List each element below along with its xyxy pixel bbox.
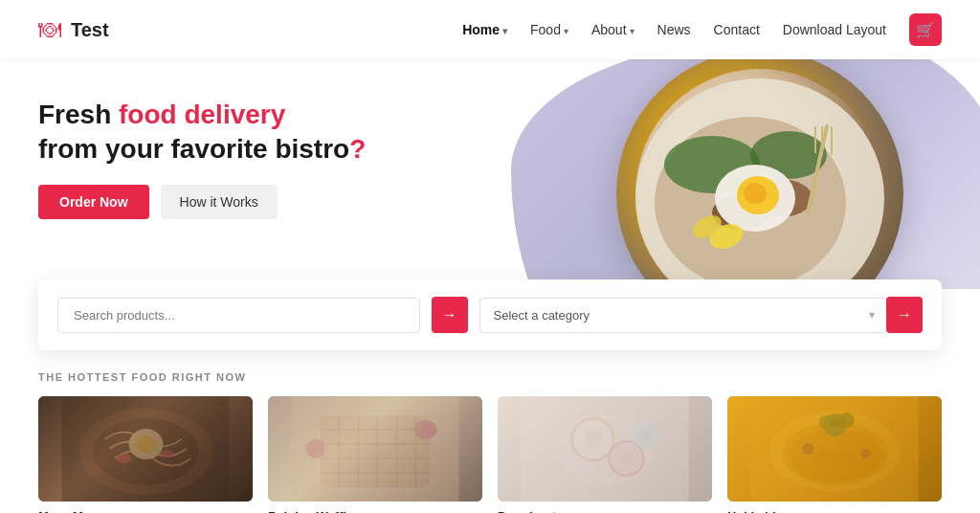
how-it-works-button[interactable]: How it Works <box>161 185 278 219</box>
svg-point-46 <box>770 412 901 492</box>
svg-point-43 <box>633 421 659 448</box>
logo-icon: 🍽 <box>38 16 61 43</box>
category-select[interactable]: Select a category <box>479 298 888 333</box>
svg-point-19 <box>137 435 156 453</box>
hero-title-plain2: from your favorite bistro <box>38 134 349 164</box>
category-select-wrapper: Select a category ▾ <box>479 298 875 333</box>
svg-point-21 <box>161 450 174 457</box>
food-section: THE HOTTEST FOOD RIGHT NOW Maze-Men $ <box>0 350 980 513</box>
svg-point-8 <box>744 183 767 204</box>
food-card-image <box>727 396 942 502</box>
svg-point-36 <box>558 413 654 485</box>
svg-point-39 <box>572 418 614 460</box>
navbar: 🍽 Test Home▾ Food▾ About▾ News Contact D… <box>0 0 980 59</box>
cart-button[interactable]: 🛒 <box>909 13 942 46</box>
svg-rect-22 <box>292 396 459 502</box>
food-card-image <box>38 396 253 502</box>
svg-point-42 <box>610 441 644 476</box>
svg-point-20 <box>117 454 132 463</box>
svg-point-54 <box>861 449 871 458</box>
nav-home[interactable]: Home▾ <box>462 22 507 37</box>
svg-point-34 <box>306 439 325 458</box>
svg-point-49 <box>824 413 847 436</box>
svg-point-17 <box>94 418 199 485</box>
svg-point-18 <box>129 429 164 459</box>
search-section: → Select a category ▾ → <box>38 279 942 350</box>
svg-point-41 <box>620 452 634 465</box>
svg-point-48 <box>790 429 881 482</box>
food-card-name: Maze-Men <box>38 509 253 513</box>
category-arrow-icon: → <box>897 306 912 323</box>
food-card-name: Doughnuts <box>498 509 712 513</box>
food-card-image <box>498 396 712 502</box>
food-card[interactable]: Hokkaido $10.00 <box>727 396 942 513</box>
svg-point-33 <box>414 420 437 439</box>
cart-icon: 🛒 <box>916 21 935 39</box>
nav-food[interactable]: Food▾ <box>530 22 568 37</box>
hero-content: Fresh food delivery from your favorite b… <box>38 98 440 219</box>
svg-rect-23 <box>321 415 431 487</box>
nav-about[interactable]: About▾ <box>591 22 635 37</box>
svg-rect-15 <box>62 396 230 502</box>
hero-title-plain: Fresh <box>38 100 119 129</box>
nav-news[interactable]: News <box>657 22 691 37</box>
home-chevron-icon: ▾ <box>502 26 507 36</box>
svg-point-53 <box>803 443 814 455</box>
nav-links: Home▾ Food▾ About▾ News Contact Download… <box>462 13 942 46</box>
svg-rect-35 <box>522 396 689 502</box>
order-now-button[interactable]: Order Now <box>38 185 149 219</box>
hero-title: Fresh food delivery from your favorite b… <box>38 98 440 167</box>
about-chevron-icon: ▾ <box>630 26 635 36</box>
food-chevron-icon: ▾ <box>564 26 568 36</box>
hero-food-image <box>616 59 923 289</box>
download-layout-link[interactable]: Download Layout <box>783 22 886 37</box>
svg-point-50 <box>839 413 855 428</box>
food-card-image <box>268 396 482 502</box>
hero-title-highlight: food delivery <box>119 100 285 129</box>
food-card-name: Belgian Waffles <box>268 509 482 513</box>
food-card-name: Hokkaido <box>727 509 942 513</box>
logo-text: Test <box>71 19 109 41</box>
question-mark: ? <box>349 134 366 164</box>
food-card[interactable]: Doughnuts $3.00 <box>498 396 712 513</box>
food-grid: Maze-Men $13.50 <box>38 396 942 513</box>
hero-buttons: Order Now How it Works <box>38 185 440 219</box>
svg-point-47 <box>783 422 888 485</box>
svg-point-40 <box>610 441 644 476</box>
category-submit-button[interactable]: → <box>886 297 923 333</box>
search-submit-button[interactable]: → <box>432 297 468 333</box>
search-input[interactable] <box>57 298 420 333</box>
svg-point-16 <box>79 409 213 495</box>
svg-rect-45 <box>751 396 919 502</box>
svg-point-51 <box>819 415 833 429</box>
svg-point-44 <box>640 430 651 440</box>
svg-point-38 <box>585 431 602 448</box>
search-arrow-icon: → <box>442 306 457 323</box>
food-card[interactable]: Maze-Men $13.50 <box>38 396 253 513</box>
svg-point-55 <box>816 450 855 461</box>
food-plate <box>616 59 903 289</box>
food-card[interactable]: Belgian Waffles $12.00 <box>268 396 482 513</box>
logo[interactable]: 🍽 Test <box>38 16 109 43</box>
section-title: THE HOTTEST FOOD RIGHT NOW <box>38 371 942 383</box>
nav-contact[interactable]: Contact <box>714 22 760 37</box>
svg-point-37 <box>572 418 614 460</box>
svg-point-52 <box>831 418 840 428</box>
hero-section: Fresh food delivery from your favorite b… <box>0 59 980 289</box>
